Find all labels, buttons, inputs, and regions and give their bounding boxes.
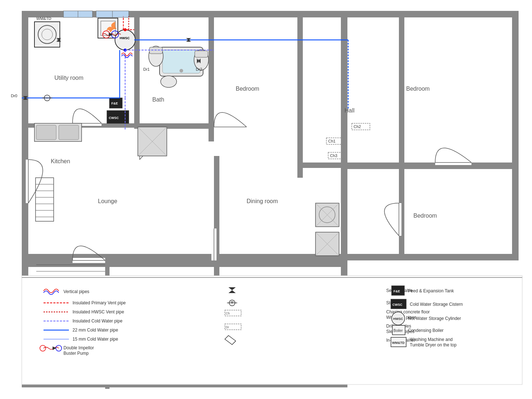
legend-22mm-label: 22 mm Cold Water pipe	[73, 328, 118, 333]
label-bath: Bath	[152, 96, 164, 103]
svg-text:Hot Water Storage Cylinder: Hot Water Storage Cylinder	[408, 316, 461, 321]
shower3	[316, 232, 339, 256]
floor-plan: Utility room Kitchen Bath Bedroom Bedroo…	[0, 0, 532, 399]
svg-text:F&E: F&E	[393, 289, 400, 293]
svg-text:Ch2: Ch2	[354, 124, 361, 129]
doors	[28, 109, 471, 260]
room-labels: Utility room Kitchen Bath Bedroom Bedroo…	[51, 75, 437, 219]
legend-pump-label: Double Impellor	[63, 345, 94, 350]
svg-text:Condensing Boiler: Condensing Boiler	[408, 328, 444, 333]
label-hwsc: HWSC	[120, 36, 130, 40]
fe-tank: F&E	[110, 98, 122, 108]
svg-text:Dr: Dr	[226, 325, 229, 329]
svg-text:Chasing concrete floor: Chasing concrete floor	[386, 309, 430, 314]
svg-rect-8	[341, 254, 519, 260]
stop-cock	[42, 95, 52, 101]
svg-rect-60	[195, 51, 208, 57]
label-kitchen: Kitchen	[51, 158, 70, 164]
svg-rect-3	[512, 11, 519, 163]
svg-point-56	[180, 69, 183, 73]
label-hall: Hall	[345, 107, 355, 114]
svg-rect-6	[341, 163, 347, 260]
svg-text:Cold Water Storage Cistern: Cold Water Storage Cistern	[410, 302, 463, 307]
label-fe: F&E	[111, 102, 118, 105]
svg-text:HWSC: HWSC	[393, 317, 403, 321]
svg-text:Dr2: Dr2	[196, 67, 202, 71]
legend-hwsc-vent-label: Insulated HWSC Vent pipe	[73, 309, 124, 314]
label-cwsc: CWSC	[109, 116, 119, 120]
svg-point-61	[161, 76, 177, 87]
svg-rect-4	[341, 11, 347, 163]
svg-rect-13	[134, 11, 140, 127]
legend-15mm-label: 15 mm Cold Water pipe	[73, 337, 118, 342]
label-lounge: Lounge	[98, 198, 117, 204]
svg-rect-2	[22, 11, 28, 254]
svg-text:Boiler: Boiler	[393, 329, 403, 333]
svg-rect-22	[214, 156, 219, 203]
svg-rect-19	[297, 163, 403, 168]
svg-text:Ch: Ch	[226, 312, 230, 315]
shower	[138, 127, 167, 156]
radiator-kitchen	[36, 178, 54, 221]
svg-rect-17	[297, 11, 303, 178]
kitchen-sink	[34, 123, 82, 141]
legend-vertical-pipes-label: Vertical pipes	[63, 289, 89, 294]
svg-rect-15	[209, 11, 214, 141]
vertical-pipes-symbol	[121, 53, 132, 58]
label-wmtd: WM&TD	[36, 16, 51, 21]
windows	[63, 11, 129, 17]
wmtd-appliance: WM&TD	[34, 16, 60, 47]
svg-text:WM&TD: WM&TD	[392, 341, 405, 345]
legend-primary-vent-label: Insulated Primary Vent pipe	[73, 300, 126, 305]
svg-text:CWSC: CWSC	[392, 303, 403, 307]
svg-rect-7	[512, 163, 519, 260]
label-bedroom2: Bedroom	[406, 86, 430, 92]
label-dining: Dining room	[247, 198, 278, 204]
svg-rect-63	[36, 125, 56, 140]
svg-text:Ch3: Ch3	[330, 153, 337, 158]
svg-text:Dr0: Dr0	[11, 94, 17, 98]
label-bedroom1: Bedroom	[236, 86, 259, 92]
svg-rect-64	[59, 125, 79, 140]
label-bedroom3: Bedroom	[413, 213, 437, 219]
svg-rect-1	[22, 254, 341, 260]
svg-text:Washing Machine and: Washing Machine and	[410, 337, 453, 342]
legend-insulated-cold-label: Insulated Cold Water pipe	[73, 318, 123, 324]
svg-text:Dr1: Dr1	[143, 67, 150, 71]
svg-rect-18	[399, 11, 404, 178]
legend-pump-label2: Buster Pump	[63, 351, 89, 356]
svg-text:Tumble Dryer on the top: Tumble Dryer on the top	[410, 342, 457, 347]
shower2	[316, 203, 339, 227]
svg-text:Feed & Expansion Tank: Feed & Expansion Tank	[408, 288, 454, 293]
bath-fixtures	[149, 46, 209, 87]
svg-text:Ch1: Ch1	[328, 139, 335, 143]
label-utility: Utility room	[54, 75, 83, 81]
